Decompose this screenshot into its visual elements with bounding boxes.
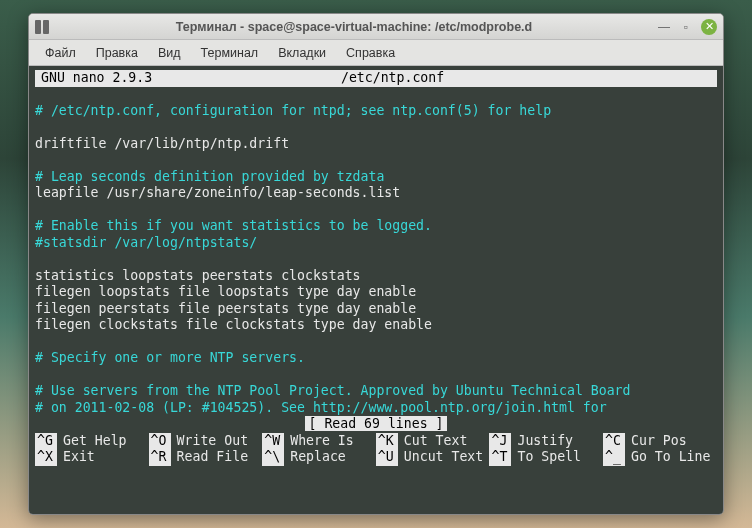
shortcut-label: Read File [171,449,248,466]
shortcut-label: Cur Pos [625,433,687,450]
nano-version: GNU nano 2.9.3 [35,70,158,87]
nano-shortcut: ^JJustify [489,433,603,450]
editor-line: #statsdir /var/log/ntpstats/ [35,235,717,252]
nano-shortcut: ^TTo Spell [489,449,603,466]
shortcut-label: Get Help [57,433,127,450]
editor-line: # Use servers from the NTP Pool Project.… [35,383,717,400]
editor-line: filegen loopstats file loopstats type da… [35,284,717,301]
shortcut-key: ^X [35,449,57,466]
editor-line: leapfile /usr/share/zoneinfo/leap-second… [35,185,717,202]
nano-shortcut: ^XExit [35,449,149,466]
menu-edit[interactable]: Правка [88,43,146,63]
editor-line [35,251,717,268]
nano-shortcut: ^OWrite Out [149,433,263,450]
window-controls: — ▫ ✕ [657,19,717,35]
nano-shortcut: ^KCut Text [376,433,490,450]
terminal-window: Терминал - space@space-virtual-machine: … [28,13,724,515]
nano-status-line: [ Read 69 lines ] [35,416,717,433]
editor-line [35,152,717,169]
close-button[interactable]: ✕ [701,19,717,35]
shortcut-key: ^_ [603,449,625,466]
shortcut-key: ^O [149,433,171,450]
window-title: Терминал - space@space-virtual-machine: … [51,20,657,34]
file-content: # /etc/ntp.conf, configuration for ntpd;… [35,103,717,417]
shortcut-key: ^U [376,449,398,466]
shortcut-key: ^K [376,433,398,450]
editor-line: filegen clockstats file clockstats type … [35,317,717,334]
nano-header: GNU nano 2.9.3 /etc/ntp.conf [35,70,717,87]
shortcut-label: Where Is [284,433,354,450]
menu-view[interactable]: Вид [150,43,189,63]
shortcut-label: To Spell [511,449,581,466]
shortcut-label: Go To Line [625,449,710,466]
maximize-button[interactable]: ▫ [679,20,693,34]
editor-line: # Specify one or more NTP servers. [35,350,717,367]
shortcut-key: ^J [489,433,511,450]
terminal-viewport[interactable]: GNU nano 2.9.3 /etc/ntp.conf # /etc/ntp.… [29,66,723,514]
titlebar[interactable]: Терминал - space@space-virtual-machine: … [29,14,723,40]
shortcut-label: Cut Text [398,433,468,450]
shortcut-label: Exit [57,449,95,466]
nano-shortcut: ^GGet Help [35,433,149,450]
shortcut-key: ^\ [262,449,284,466]
nano-shortcut: ^WWhere Is [262,433,376,450]
minimize-button[interactable]: — [657,20,671,34]
shortcut-label: Replace [284,449,346,466]
editor-line: statistics loopstats peerstats clockstat… [35,268,717,285]
editor-line [35,119,717,136]
nano-shortcut: ^CCur Pos [603,433,717,450]
shortcut-key: ^G [35,433,57,450]
menu-file[interactable]: Файл [37,43,84,63]
shortcut-label: Write Out [171,433,248,450]
nano-shortcuts: ^GGet Help^OWrite Out^WWhere Is^KCut Tex… [35,433,717,466]
shortcut-key: ^T [489,449,511,466]
nano-shortcut: ^\Replace [262,449,376,466]
editor-line: # /etc/ntp.conf, configuration for ntpd;… [35,103,717,120]
editor-line [35,367,717,384]
editor-line: filegen peerstats file peerstats type da… [35,301,717,318]
nano-shortcut: ^UUncut Text [376,449,490,466]
shortcut-key: ^W [262,433,284,450]
shortcut-key: ^R [149,449,171,466]
editor-line [35,202,717,219]
shortcut-key: ^C [603,433,625,450]
nano-shortcut: ^RRead File [149,449,263,466]
editor-line: driftfile /var/lib/ntp/ntp.drift [35,136,717,153]
editor-line: # Leap seconds definition provided by tz… [35,169,717,186]
shortcut-label: Justify [511,433,573,450]
nano-read-status: [ Read 69 lines ] [305,416,448,431]
editor-line: # on 2011-02-08 (LP: #104525). See http:… [35,400,717,417]
nano-shortcut: ^_Go To Line [603,449,717,466]
menu-tabs[interactable]: Вкладки [270,43,334,63]
menubar: Файл Правка Вид Терминал Вкладки Справка [29,40,723,66]
app-icon [35,20,51,34]
shortcut-label: Uncut Text [398,449,483,466]
editor-line [35,334,717,351]
menu-help[interactable]: Справка [338,43,403,63]
nano-filename: /etc/ntp.conf [158,70,627,87]
menu-terminal[interactable]: Терминал [193,43,267,63]
editor-line: # Enable this if you want statistics to … [35,218,717,235]
